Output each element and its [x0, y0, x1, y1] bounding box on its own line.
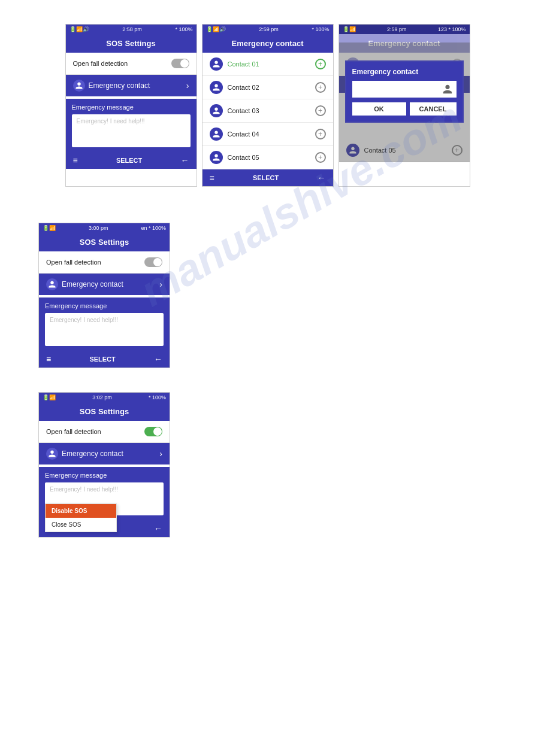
emergency-contact-row-4[interactable]: Emergency contact › [39, 274, 170, 295]
back-icon-2[interactable]: ← [317, 173, 325, 183]
fall-detection-label-5: Open fall detection [46, 428, 101, 435]
phone-screen-2: 🔋📶🔊 2:59 pm * 100% Emergency contact Con… [202, 24, 334, 187]
contact-item-04[interactable]: Contact 04 + [202, 123, 333, 146]
ec-left-4: Emergency contact [46, 278, 123, 290]
contact-left-04: Contact 04 [210, 127, 259, 141]
contact-item-05[interactable]: Contact 05 + [202, 146, 333, 169]
contact-name-04: Contact 04 [228, 130, 259, 138]
emergency-contact-label-5: Emergency contact [62, 450, 123, 458]
contact-icon-05 [210, 151, 223, 164]
select-btn-4[interactable]: SELECT [89, 356, 115, 363]
dialog-overlay: Emergency contact OK CANCEL [339, 42, 470, 162]
menu-icon-2[interactable]: ≡ [210, 173, 214, 183]
contact-item-03[interactable]: Contact 03 + [202, 99, 333, 123]
status-left-5: 🔋📶 [43, 394, 56, 400]
status-time-3: 2:59 pm [387, 26, 407, 32]
contact-icon-01 [210, 57, 223, 71]
chevron-right-1: › [186, 81, 189, 90]
screen5-title: SOS Settings [80, 407, 129, 416]
dialog-ok-button[interactable]: OK [352, 102, 406, 116]
bottom-bar-4: ≡ SELECT ← [39, 351, 170, 368]
contact-icon-02 [210, 81, 223, 94]
menu-icon-1[interactable]: ≡ [73, 156, 78, 165]
person-icon-4 [46, 278, 58, 290]
emergency-contact-row-1[interactable]: Emergency contact › [66, 75, 197, 96]
chevron-right-4: › [159, 280, 162, 289]
contact-icon-04 [210, 127, 223, 141]
phone-screen-5: 🔋📶 3:02 pm * 100% SOS Settings Open fall… [38, 392, 170, 538]
phone-screen-4: 🔋📶 3:00 pm en * 100% SOS Settings Open f… [38, 223, 170, 368]
fall-detection-row-5[interactable]: Open fall detection [39, 421, 170, 443]
select-btn-2[interactable]: SELECT [253, 174, 279, 181]
fall-detection-toggle-4[interactable] [144, 257, 162, 267]
plus-icon-02[interactable]: + [315, 82, 326, 93]
status-right-5: * 100% [149, 394, 166, 400]
back-icon-1[interactable]: ← [180, 156, 189, 165]
ec-left: Emergency contact [73, 80, 150, 92]
fall-detection-toggle-5[interactable] [144, 427, 162, 436]
status-time-1: 2:58 pm [122, 26, 142, 32]
status-time-2: 2:59 pm [259, 26, 279, 32]
plus-icon-05[interactable]: + [315, 152, 326, 163]
title-bar-4: SOS Settings [39, 233, 170, 251]
bottom-bar-2: ≡ SELECT ← [202, 169, 333, 186]
contact-name-01: Contact 01 [228, 60, 259, 68]
plus-icon-03[interactable]: + [315, 105, 326, 116]
chevron-right-5: › [159, 449, 162, 459]
emergency-message-label-4: Emergency message [45, 302, 164, 309]
select-btn-1[interactable]: SELECT [116, 157, 142, 164]
status-right-1: * 100% [175, 26, 192, 32]
contact-name-02: Contact 02 [228, 84, 259, 91]
dialog-input[interactable] [352, 81, 457, 98]
title-bar-5: SOS Settings [39, 402, 170, 421]
fall-detection-label: Open fall detection [73, 60, 128, 67]
page-wrapper: manualshive.com 🔋📶🔊 2:58 pm * 100% SOS S… [0, 0, 535, 756]
emergency-message-section-1: Emergency message Emergency! I need help… [66, 99, 197, 152]
back-icon-5[interactable]: ← [154, 524, 162, 533]
close-sos-item[interactable]: Close SOS [46, 518, 116, 532]
emergency-message-box-1[interactable]: Emergency! I need help!!! [72, 114, 191, 147]
screen1-title: SOS Settings [106, 39, 155, 48]
sos-dropdown-menu: Disable SOS Close SOS [45, 503, 117, 532]
screen5-body: Open fall detection Emergency contact › … [39, 421, 170, 520]
contact-name-05: Contact 05 [228, 154, 259, 161]
fall-detection-row[interactable]: Open fall detection [66, 53, 197, 75]
status-right-4: en * 100% [141, 225, 166, 231]
menu-icon-4[interactable]: ≡ [46, 354, 51, 364]
contact-left-05: Contact 05 [210, 151, 259, 164]
phone-screen-3: 🔋📶 2:59 pm 123 * 100% Emergency contact … [338, 24, 470, 187]
status-bar-5: 🔋📶 3:02 pm * 100% [39, 393, 170, 402]
emergency-message-label-1: Emergency message [72, 104, 191, 111]
contact-name-03: Contact 03 [228, 107, 259, 114]
dialog-cancel-button[interactable]: CANCEL [410, 102, 457, 116]
fall-detection-row-4[interactable]: Open fall detection [39, 251, 170, 274]
screen2-body: Contact 01 + Contact 02 + [202, 53, 333, 169]
plus-icon-01[interactable]: + [315, 59, 326, 69]
fall-detection-toggle[interactable] [171, 59, 189, 68]
contact-item-02[interactable]: Contact 02 + [202, 76, 333, 99]
screen2-title: Emergency contact [232, 39, 304, 48]
status-left-1: 🔋📶🔊 [69, 26, 89, 32]
emergency-contact-label-4: Emergency contact [62, 280, 123, 289]
person-icon-1 [73, 80, 85, 92]
disable-sos-item[interactable]: Disable SOS [46, 504, 116, 518]
ec-left-5: Emergency contact [46, 448, 123, 460]
dialog-title: Emergency contact [352, 68, 457, 76]
contact-left-02: Contact 02 [210, 81, 259, 94]
emergency-contact-row-5[interactable]: Emergency contact › [39, 443, 170, 464]
phone-screen-1: 🔋📶🔊 2:58 pm * 100% SOS Settings Open fal… [65, 24, 197, 187]
plus-icon-04[interactable]: + [315, 129, 326, 139]
status-right-3: 123 * 100% [438, 26, 466, 32]
status-bar-1: 🔋📶🔊 2:58 pm * 100% [66, 25, 197, 34]
screen1-body: Open fall detection Emergency contact › … [66, 53, 197, 152]
screen4-title: SOS Settings [80, 238, 129, 247]
status-time-4: 3:00 pm [89, 225, 108, 231]
contact-item-01[interactable]: Contact 01 + [202, 53, 333, 76]
emergency-message-box-4[interactable]: Emergency! I need help!!! [45, 313, 164, 346]
status-left-2: 🔋📶🔊 [206, 26, 226, 32]
title-bar-1: SOS Settings [66, 34, 197, 53]
screenshots-row-3: 🔋📶 3:02 pm * 100% SOS Settings Open fall… [36, 392, 523, 538]
emergency-message-label-5: Emergency message [45, 472, 164, 479]
status-left-3: 🔋📶 [343, 26, 356, 32]
back-icon-4[interactable]: ← [154, 354, 162, 364]
